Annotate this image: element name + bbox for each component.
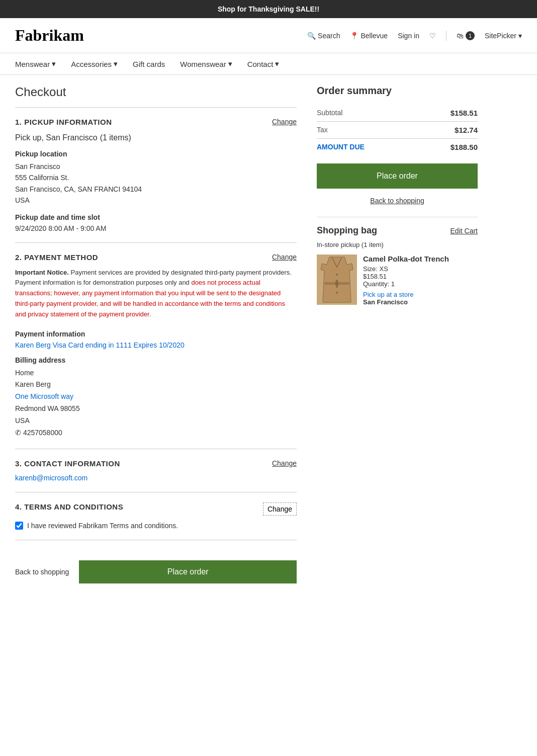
payment-section-header: 2. PAYMENT METHOD Change — [15, 253, 297, 262]
back-to-shopping-link[interactable]: Back to shopping — [317, 197, 478, 205]
banner-text: Shop for Thanksgiving SALE!! — [218, 5, 319, 13]
tax-value: $12.74 — [455, 126, 478, 134]
svg-point-3 — [336, 286, 338, 288]
subtotal-value: $158.51 — [451, 109, 478, 117]
wishlist-button[interactable]: ♡ — [429, 32, 436, 40]
svg-rect-6 — [335, 281, 338, 286]
contact-email: karenb@microsoft.com — [15, 474, 297, 482]
amount-due-label: AMOUNT DUE — [317, 143, 365, 151]
right-column: Order summary Subtotal $158.51 Tax $12.7… — [317, 85, 478, 594]
pickup-address: San Francisco 555 California St. San Fra… — [15, 161, 297, 206]
chevron-down-icon: ▾ — [275, 59, 279, 68]
terms-change-button[interactable]: Change — [263, 502, 297, 516]
nav-label-accessories: Accessories — [71, 60, 112, 68]
pickup-change-link[interactable]: Change — [272, 118, 297, 126]
back-to-shopping-bottom[interactable]: Back to shopping — [15, 568, 69, 576]
header-divider — [446, 31, 446, 41]
pickup-section-title: 1. PICKUP INFORMATION — [15, 118, 112, 126]
search-button[interactable]: 🔍 Search — [307, 32, 340, 40]
edit-cart-link[interactable]: Edit Cart — [451, 227, 478, 235]
site-header: Fabrikam 🔍 Search 📍 Bellevue Sign in ♡ 🛍… — [0, 18, 537, 53]
main-nav: Menswear ▾ Accessories ▾ Gift cards Wome… — [0, 53, 537, 75]
pickup-address-line3: San Francisco, CA, SAN FRANCI 94104 — [15, 184, 297, 195]
terms-section-header: 4. TERMS AND CONDITIONS Change — [15, 502, 297, 516]
site-logo[interactable]: Fabrikam — [15, 26, 84, 45]
phone-icon: ✆ — [15, 429, 21, 437]
contact-section: 3. CONTACT INFORMATION Change karenb@mic… — [15, 459, 297, 492]
nav-label-contact: Contact — [247, 60, 274, 68]
search-label: Search — [318, 32, 340, 40]
terms-checkbox-row: I have reviewed Fabrikam Terms and condi… — [15, 522, 297, 530]
signin-button[interactable]: Sign in — [398, 32, 419, 40]
subtotal-row: Subtotal $158.51 — [317, 105, 478, 121]
nav-item-contact[interactable]: Contact ▾ — [247, 59, 280, 68]
nav-item-accessories[interactable]: Accessories ▾ — [71, 59, 118, 68]
pickup-date-value: 9/24/2020 8:00 AM - 9:00 AM — [15, 224, 297, 232]
pickup-items-count: (1 items) — [100, 133, 131, 142]
payment-info-text: Karen Berg Visa Card ending in 1111 Expi… — [15, 341, 297, 349]
contact-section-header: 3. CONTACT INFORMATION Change — [15, 459, 297, 468]
pickup-section: 1. PICKUP INFORMATION Change Pick up, Sa… — [15, 118, 297, 243]
terms-section-label: TERMS AND CONDITIONS — [24, 502, 123, 511]
pickup-section-header: 1. PICKUP INFORMATION Change — [15, 118, 297, 126]
nav-item-menswear[interactable]: Menswear ▾ — [15, 59, 56, 68]
promo-banner: Shop for Thanksgiving SALE!! — [0, 0, 537, 18]
product-size: Size: XS — [363, 265, 449, 273]
chevron-down-icon: ▾ — [228, 59, 232, 68]
payment-section-number: 2. — [15, 253, 22, 262]
payment-section-label: PAYMENT METHOD — [24, 253, 98, 262]
payment-change-link[interactable]: Change — [272, 253, 297, 261]
site-picker-label: SitePicker — [485, 32, 516, 40]
product-image — [317, 255, 357, 305]
pickup-address-line2: 555 California St. — [15, 172, 297, 183]
cart-button[interactable]: 🛍 1 — [457, 31, 475, 40]
product-store: San Francisco — [363, 298, 449, 306]
nav-item-womenswear[interactable]: Womenswear ▾ — [180, 59, 232, 68]
nav-item-gift-cards[interactable]: Gift cards — [133, 60, 165, 68]
contact-section-title: 3. CONTACT INFORMATION — [15, 459, 120, 468]
chevron-down-icon: ▾ — [114, 59, 118, 68]
shopping-bag: Shopping bag Edit Cart In-store pickup (… — [317, 217, 478, 306]
place-order-bottom-button[interactable]: Place order — [79, 560, 297, 583]
billing-phone: ✆ 4257058000 — [15, 427, 297, 439]
pickup-heading-text: Pick up, San Francisco — [15, 133, 98, 142]
cart-count: 1 — [466, 31, 475, 40]
pickup-store-link[interactable]: Pick up at a store — [363, 291, 449, 298]
pickup-section-number: 1. — [15, 118, 22, 126]
pickup-address-line1: San Francisco — [15, 161, 297, 172]
tax-row: Tax $12.74 — [317, 121, 478, 138]
billing-line3: One Microsoft way — [15, 391, 297, 403]
product-item: Camel Polka-dot Trench Size: XS $158.51 … — [317, 255, 478, 306]
left-column: Checkout 1. PICKUP INFORMATION Change Pi… — [15, 85, 297, 594]
in-store-label: In-store pickup (1 item) — [317, 241, 478, 248]
page-title: Checkout — [15, 85, 297, 99]
chevron-down-icon: ▾ — [52, 59, 56, 68]
page-title-divider — [15, 107, 297, 108]
header-actions: 🔍 Search 📍 Bellevue Sign in ♡ 🛍 1 SitePi… — [307, 31, 522, 41]
terms-section: 4. TERMS AND CONDITIONS Change I have re… — [15, 502, 297, 540]
billing-address: Home Karen Berg One Microsoft way Redmon… — [15, 367, 297, 439]
payment-section-title: 2. PAYMENT METHOD — [15, 253, 98, 262]
product-price: $158.51 — [363, 273, 449, 280]
location-icon: 📍 — [350, 32, 359, 40]
billing-label: Billing address — [15, 356, 297, 364]
product-quantity: Quantity: 1 — [363, 280, 449, 288]
place-order-button[interactable]: Place order — [317, 163, 478, 189]
site-picker-button[interactable]: SitePicker ▾ — [485, 32, 522, 40]
payment-info-label: Payment information — [15, 330, 297, 338]
contact-section-number: 3. — [15, 459, 22, 468]
payment-section: 2. PAYMENT METHOD Change Important Notic… — [15, 253, 297, 450]
product-details: Camel Polka-dot Trench Size: XS $158.51 … — [363, 255, 449, 306]
product-image-svg — [317, 255, 357, 305]
amount-due-value: $188.50 — [451, 143, 478, 151]
contact-change-link[interactable]: Change — [272, 459, 297, 467]
signin-label: Sign in — [398, 32, 419, 40]
pickup-location-label: Pickup location — [15, 150, 297, 158]
billing-line1: Home — [15, 367, 297, 379]
terms-checkbox[interactable] — [15, 522, 23, 530]
terms-section-number: 4. — [15, 502, 22, 511]
terms-section-title: 4. TERMS AND CONDITIONS — [15, 502, 123, 511]
payment-notice: Important Notice. Payment services are p… — [15, 268, 297, 320]
location-button[interactable]: 📍 Bellevue — [350, 32, 388, 40]
billing-line5: USA — [15, 415, 297, 427]
